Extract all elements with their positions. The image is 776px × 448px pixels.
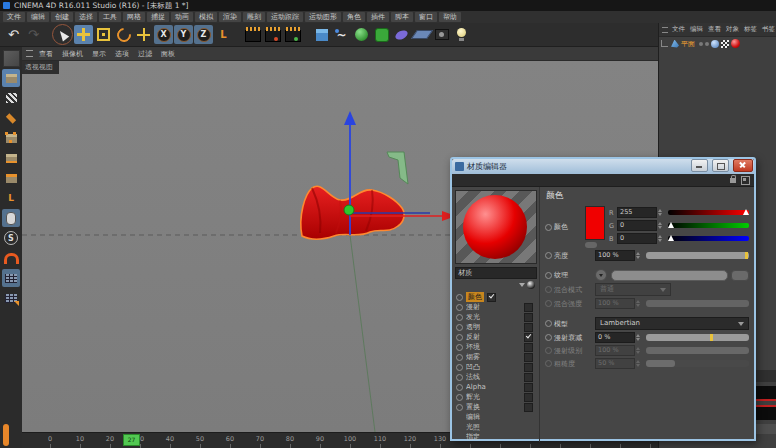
minimize-button[interactable] — [691, 159, 708, 172]
diffuse-falloff-field[interactable]: 0 % — [595, 332, 635, 343]
toolbar-icon[interactable] — [352, 25, 371, 44]
channel-row[interactable]: 指定 — [455, 432, 537, 442]
mix-strength-slider[interactable] — [646, 300, 749, 307]
channel-checkbox[interactable] — [524, 393, 533, 402]
timeline-playhead[interactable]: 27 — [123, 434, 140, 446]
mode-icon[interactable] — [2, 129, 20, 147]
toolbar-icon[interactable] — [263, 25, 282, 44]
viewport-menu-item[interactable]: 查看 — [39, 49, 53, 59]
menu-item[interactable]: 编辑 — [27, 12, 49, 22]
object-manager-menu-item[interactable]: 编辑 — [690, 25, 703, 34]
menu-item[interactable]: 运动图形 — [305, 12, 341, 22]
channel-checkbox[interactable] — [524, 383, 533, 392]
menu-item[interactable]: 窗口 — [415, 12, 437, 22]
toolbar-icon[interactable] — [452, 25, 471, 44]
g-spinner[interactable] — [658, 221, 663, 230]
channel-checkbox[interactable] — [524, 353, 533, 362]
mode-icon[interactable] — [2, 149, 20, 167]
toolbar-icon[interactable] — [283, 25, 302, 44]
mode-icon[interactable] — [2, 169, 20, 187]
channel-checkbox[interactable] — [524, 343, 533, 352]
viewport-menu-item[interactable]: 摄像机 — [62, 49, 83, 59]
diffuse-level-field[interactable]: 100 % — [595, 345, 635, 356]
panel-menu-icon[interactable] — [662, 27, 668, 33]
dock-icon[interactable] — [741, 176, 750, 185]
mode-icon[interactable] — [2, 89, 20, 107]
close-button[interactable] — [733, 159, 753, 172]
texture-path-field[interactable] — [611, 270, 728, 281]
r-value-field[interactable]: 255 — [617, 207, 657, 218]
brightness-slider[interactable] — [646, 252, 749, 259]
material-tag-icon[interactable] — [731, 39, 740, 48]
toolbar-icon[interactable]: L — [214, 25, 233, 44]
object-manager-menu-item[interactable]: 书签 — [762, 25, 775, 34]
channel-row[interactable]: 编辑 — [455, 412, 537, 422]
mode-icon[interactable] — [2, 69, 20, 87]
toolbar-icon[interactable]: X — [154, 25, 173, 44]
texture-browse-button[interactable] — [595, 269, 607, 281]
channel-row[interactable]: 法线 — [455, 372, 537, 382]
diffuse-falloff-slider[interactable] — [646, 334, 749, 341]
toolbar-icon[interactable] — [432, 25, 451, 44]
mix-mode-dropdown[interactable]: 普通 — [595, 283, 671, 296]
menu-item[interactable]: 雕刻 — [243, 12, 265, 22]
material-preview[interactable] — [455, 190, 537, 264]
channel-row[interactable]: 光照 — [455, 422, 537, 432]
channel-row[interactable]: 漫射 — [455, 302, 537, 312]
menu-item[interactable]: 插件 — [367, 12, 389, 22]
r-spinner[interactable] — [658, 208, 663, 217]
g-gradient-slider[interactable] — [668, 223, 749, 228]
object-manager-menu-item[interactable]: 标签 — [744, 25, 757, 34]
channel-checkbox[interactable] — [524, 373, 533, 382]
toolbar-icon[interactable] — [74, 25, 93, 44]
toolbar-icon[interactable] — [94, 25, 113, 44]
mode-icon[interactable]: L — [2, 189, 20, 207]
toolbar-icon[interactable] — [312, 25, 331, 44]
toolbar-icon[interactable]: ↷ — [24, 25, 43, 44]
channel-checkbox[interactable] — [524, 323, 533, 332]
toolbar-icon[interactable] — [372, 25, 391, 44]
b-spinner[interactable] — [658, 234, 663, 243]
menu-item[interactable]: 创建 — [51, 12, 73, 22]
channel-row[interactable]: 发光 — [455, 312, 537, 322]
texture-tag-icon[interactable] — [721, 40, 729, 48]
toolbar-icon[interactable] — [243, 25, 262, 44]
preview-shape-icon[interactable] — [527, 281, 535, 289]
mode-icon[interactable] — [2, 49, 20, 67]
color-mode-button[interactable] — [585, 242, 597, 248]
mode-icon[interactable] — [2, 209, 20, 227]
g-value-field[interactable]: 0 — [617, 220, 657, 231]
menu-item[interactable]: 运动跟踪 — [267, 12, 303, 22]
channel-row[interactable]: 透明 — [455, 322, 537, 332]
toolbar-icon[interactable] — [392, 25, 411, 44]
object-manager-menu-item[interactable]: 查看 — [708, 25, 721, 34]
viewport-menu-item[interactable]: 选项 — [115, 49, 129, 59]
channel-row[interactable]: 辉光 — [455, 392, 537, 402]
texture-options-button[interactable] — [731, 270, 749, 281]
object-manager-menu-item[interactable]: 文件 — [672, 25, 685, 34]
dialog-titlebar[interactable]: 材质编辑器 — [452, 159, 754, 174]
channel-row[interactable]: Alpha — [455, 382, 537, 392]
channel-checkbox[interactable] — [524, 363, 533, 372]
channel-row[interactable]: 颜色 — [455, 292, 537, 302]
lock-icon[interactable] — [730, 178, 736, 183]
diffuse-level-slider[interactable] — [646, 347, 749, 354]
viewport-menu-item[interactable]: 面板 — [161, 49, 175, 59]
toolbar-icon[interactable] — [114, 25, 133, 44]
menu-item[interactable]: 选择 — [75, 12, 97, 22]
channel-checkbox[interactable] — [487, 293, 496, 302]
b-gradient-slider[interactable] — [668, 236, 749, 241]
menu-item[interactable]: 帮助 — [439, 12, 461, 22]
object-manager-menu-item[interactable]: 对象 — [726, 25, 739, 34]
r-gradient-slider[interactable] — [668, 210, 749, 215]
roughness-slider[interactable] — [646, 360, 749, 367]
menu-item[interactable]: 角色 — [343, 12, 365, 22]
mode-icon[interactable] — [2, 249, 20, 267]
preview-dropdown-icon[interactable] — [519, 283, 525, 287]
panel-menu-icon[interactable] — [26, 50, 33, 57]
palette-handle[interactable] — [3, 424, 9, 446]
brightness-value-field[interactable]: 100 % — [595, 250, 635, 261]
menu-item[interactable]: 文件 — [3, 12, 25, 22]
channel-row[interactable]: 环境 — [455, 342, 537, 352]
channel-checkbox[interactable] — [524, 313, 533, 322]
